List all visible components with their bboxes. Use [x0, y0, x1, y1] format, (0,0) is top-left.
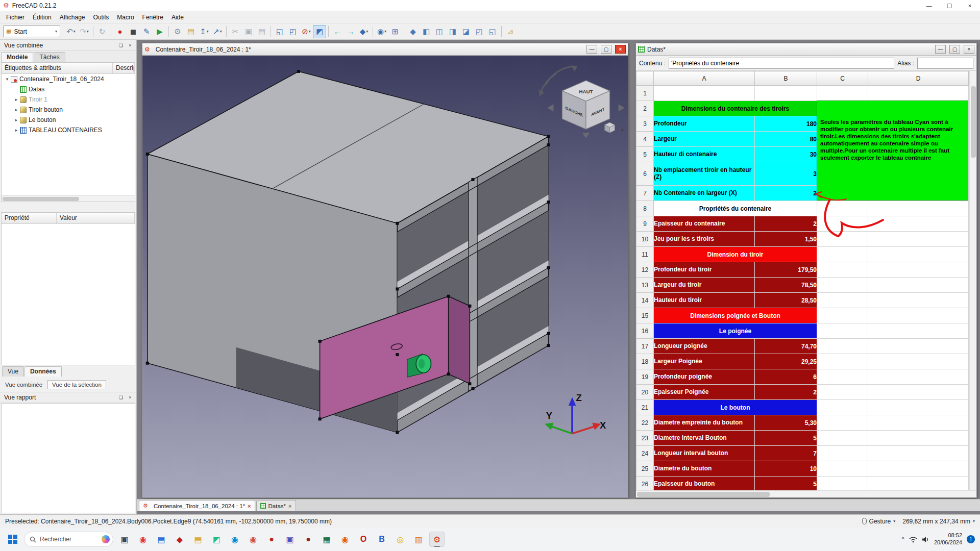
row-header-18[interactable]: 18 [636, 354, 654, 369]
cell-B12[interactable]: 179,50 [755, 262, 817, 278]
zoom-button[interactable]: ◉▾ [375, 25, 388, 38]
cell-A22[interactable]: Diametre empreinte du bouton [654, 415, 755, 431]
spreadsheet-grid[interactable]: ABCD12Dimensions du contenaire des tiroi… [636, 71, 976, 490]
cell-A10[interactable]: Jeu pour les s tiroirs [654, 232, 755, 247]
expand-arrow-icon[interactable]: ▸ [13, 128, 20, 133]
cell-A3[interactable]: Profondeur [654, 116, 755, 132]
spreadsheet-titlebar[interactable]: Datas* — ▢ × [636, 43, 976, 56]
minimize-button[interactable]: — [919, 0, 939, 11]
cell-D16[interactable] [868, 323, 969, 339]
cell-A23[interactable]: Diametre interval Bouton [654, 431, 755, 446]
nav-cube-menu-icon[interactable]: ▾ [621, 127, 624, 133]
view-top-button[interactable]: ◫ [433, 25, 446, 38]
tree-column-description[interactable]: Descript [113, 63, 135, 73]
row-header-26[interactable]: 26 [636, 477, 654, 491]
macro-play-button[interactable]: ▶ [153, 25, 166, 38]
cell-D26[interactable] [868, 477, 969, 491]
view-left-button[interactable]: ◱ [486, 25, 499, 38]
row-header-16[interactable]: 16 [636, 323, 654, 339]
cell-A17[interactable]: Longueur poignée [654, 339, 755, 354]
view-right-button[interactable]: ◨ [446, 25, 459, 38]
viewport-canvas[interactable]: HAUT GAUCHE AVANT ▾ [142, 56, 628, 497]
mdi-tab-spreadsheet[interactable]: Datas* × [256, 500, 296, 511]
cell-C21[interactable] [817, 400, 868, 415]
cell-C13[interactable] [817, 278, 868, 293]
cell-C26[interactable] [817, 477, 868, 491]
close-tab-icon[interactable]: × [248, 503, 251, 509]
cell-D18[interactable] [868, 354, 969, 369]
cell-A21[interactable]: Le bouton [654, 400, 817, 415]
expand-arrow-icon[interactable]: ▸ [13, 107, 20, 112]
sheet-corner[interactable] [636, 71, 654, 86]
cell-B3[interactable]: 180 [755, 116, 817, 132]
row-header-8[interactable]: 8 [636, 201, 654, 216]
monitor-app-icon[interactable]: ▣ [117, 532, 132, 547]
taskbar-search[interactable]: Rechercher [24, 532, 113, 547]
volume-icon[interactable] [922, 536, 929, 543]
cell-C10[interactable] [817, 232, 868, 247]
row-header-4[interactable]: 4 [636, 132, 654, 147]
cell-D25[interactable] [868, 461, 969, 477]
cell-A19[interactable]: Profondeur poignée [654, 369, 755, 385]
chrome-icon[interactable]: ◉ [246, 532, 261, 547]
spreadsheet-restore-button[interactable]: ▢ [949, 45, 960, 54]
alias-input[interactable] [917, 58, 973, 69]
opera-icon[interactable]: O [356, 532, 371, 547]
spreadsheet-minimize-button[interactable]: — [935, 45, 946, 54]
viewport-close-button[interactable]: × [615, 45, 626, 54]
row-header-15[interactable]: 15 [636, 308, 654, 323]
cell-C16[interactable] [817, 323, 868, 339]
row-header-14[interactable]: 14 [636, 293, 654, 308]
menu-edition[interactable]: Édition [29, 12, 56, 22]
row-header-21[interactable]: 21 [636, 400, 654, 415]
copy-button[interactable]: ▣ [242, 25, 255, 38]
close-panel-button[interactable]: × [126, 42, 134, 49]
cell-C20[interactable] [817, 385, 868, 400]
macro-edit-button[interactable]: ✎ [140, 25, 153, 38]
row-header-11[interactable]: 11 [636, 247, 654, 262]
cell-D23[interactable] [868, 431, 969, 446]
property-column-value[interactable]: Valeur [57, 213, 135, 223]
export-button[interactable]: ↥▾ [198, 25, 211, 38]
cell-D1[interactable] [868, 86, 969, 101]
row-header-20[interactable]: 20 [636, 385, 654, 400]
taskbar-clock[interactable]: 08:52 20/06/2024 [934, 532, 962, 546]
brave-icon[interactable]: B [374, 532, 389, 547]
cell-B5[interactable]: 30 [755, 147, 817, 162]
nav-style-selector[interactable]: Gesture ▾ [862, 518, 896, 525]
view-front-button[interactable]: ◧ [420, 25, 433, 38]
nav-mini-cube-icon[interactable] [605, 122, 615, 133]
cell-B14[interactable]: 28,50 [755, 293, 817, 308]
cell-C19[interactable] [817, 369, 868, 385]
start-button[interactable] [5, 532, 20, 547]
cell-B7[interactable]: 2 [755, 186, 817, 201]
cell-content-input[interactable] [669, 58, 894, 69]
nav-forward-button[interactable]: → [344, 25, 357, 38]
cell-D14[interactable] [868, 293, 969, 308]
open-file-button[interactable]: ▤ [184, 25, 198, 38]
menu-fichier[interactable]: Fichier [2, 12, 29, 22]
database-app-icon[interactable]: ● [301, 532, 316, 547]
cell-D21[interactable] [868, 400, 969, 415]
stats-app-icon[interactable]: ▥ [411, 532, 426, 547]
row-header-23[interactable]: 23 [636, 431, 654, 446]
row-header-2[interactable]: 2 [636, 101, 654, 116]
menu-aide[interactable]: Aide [167, 12, 188, 22]
cut-button[interactable]: ✂ [229, 25, 242, 38]
tree-horizontal-scrollbar[interactable] [2, 195, 135, 202]
menu-macro[interactable]: Macro [113, 12, 138, 22]
cell-D8[interactable] [868, 201, 969, 216]
refresh-button[interactable]: ↻ [95, 25, 109, 38]
addon-manager-button[interactable]: ⚙ [171, 25, 184, 38]
viewport-titlebar[interactable]: ⚙ Contenaire_Tiroir_18_06_2024 : 1* — ▢ … [142, 43, 628, 56]
cell-D12[interactable] [868, 262, 969, 278]
nav-cube-top-label[interactable]: HAUT [579, 89, 593, 94]
dock-tab-vue-combinee[interactable]: Vue combinée [1, 381, 46, 389]
box-selection-button[interactable]: ◱ [273, 25, 286, 38]
tab-vue[interactable]: Vue [2, 366, 24, 377]
cell-A4[interactable]: Largeur [654, 132, 755, 147]
cell-B4[interactable]: 80 [755, 132, 817, 147]
cell-D22[interactable] [868, 415, 969, 431]
tab-donnees[interactable]: Données [24, 366, 62, 377]
spreadsheet-close-button[interactable]: × [964, 45, 974, 54]
